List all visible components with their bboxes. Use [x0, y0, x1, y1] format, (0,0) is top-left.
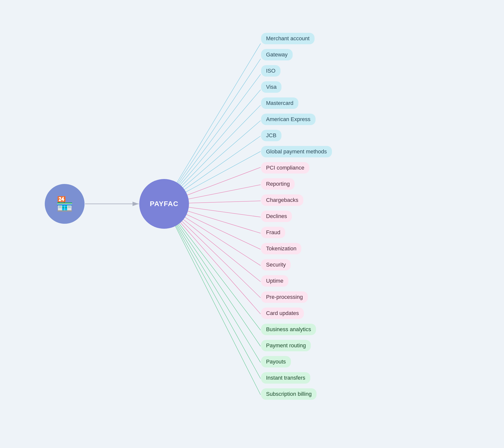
- node-uptime: Uptime: [261, 275, 288, 287]
- svg-line-24: [164, 204, 261, 395]
- payfac-circle: PAYFAC: [139, 179, 189, 229]
- node-gateway: Gateway: [261, 49, 293, 60]
- node-jcb: JCB: [261, 130, 281, 141]
- node-american-express: American Express: [261, 114, 316, 125]
- node-security: Security: [261, 259, 291, 270]
- node-business-analytics: Business analytics: [261, 324, 316, 335]
- payfac-label: PAYFAC: [150, 200, 179, 208]
- connection-lines: [0, 0, 504, 448]
- node-visa: Visa: [261, 81, 281, 93]
- node-mastercard: Mastercard: [261, 97, 298, 109]
- node-chargebacks: Chargebacks: [261, 194, 303, 206]
- node-payment-routing: Payment routing: [261, 340, 311, 351]
- node-card-updates: Card updates: [261, 308, 304, 319]
- svg-line-22: [164, 204, 261, 362]
- node-reporting: Reporting: [261, 178, 295, 190]
- store-icon: 🏪: [56, 196, 73, 212]
- node-subscription-billing: Subscription billing: [261, 388, 317, 400]
- svg-line-3: [164, 59, 261, 204]
- node-fraud: Fraud: [261, 227, 285, 238]
- node-merchant-account: Merchant account: [261, 33, 315, 44]
- node-iso: ISO: [261, 65, 280, 77]
- node-global-payment: Global payment methods: [261, 146, 332, 157]
- node-declines: Declines: [261, 211, 292, 222]
- node-tokenization: Tokenization: [261, 243, 301, 254]
- node-instant-transfers: Instant transfers: [261, 372, 310, 384]
- node-pci: PCI compliance: [261, 162, 309, 174]
- node-pre-processing: Pre-processing: [261, 291, 308, 303]
- merchant-icon: 🏪: [45, 184, 85, 224]
- svg-line-2: [164, 44, 261, 204]
- svg-line-21: [164, 204, 261, 346]
- node-payouts: Payouts: [261, 356, 291, 367]
- diagram: 🏪 PAYFAC Merchant account Gateway ISO Vi…: [0, 0, 504, 448]
- svg-line-23: [164, 204, 261, 379]
